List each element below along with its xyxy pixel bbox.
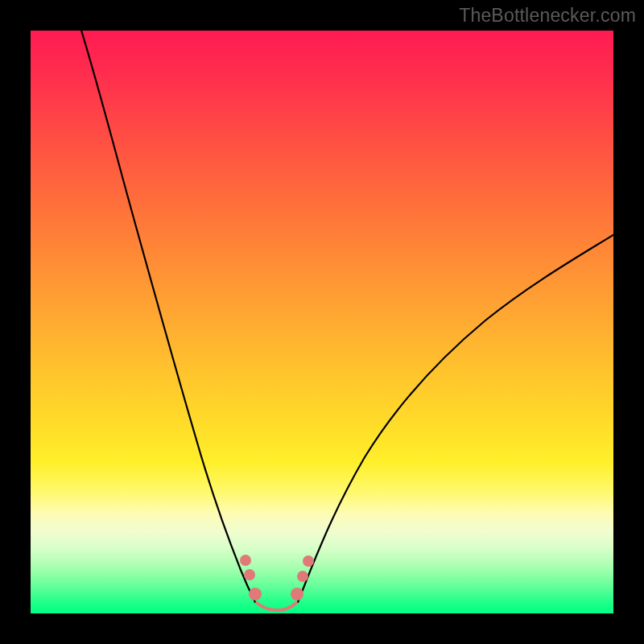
curve-svg [31,31,613,613]
left-curve [79,31,255,602]
right-curve [298,232,613,602]
bottom-ribbon [257,603,296,610]
node-left-2 [244,569,255,580]
node-right-3 [291,588,303,601]
node-left-1 [240,555,251,566]
watermark-text: TheBottlenecker.com [459,5,636,27]
node-left-3 [249,588,262,601]
plot-area [31,31,613,613]
chart-frame: TheBottlenecker.com [0,0,644,644]
node-right-2 [297,571,308,582]
node-right-1 [303,555,314,567]
